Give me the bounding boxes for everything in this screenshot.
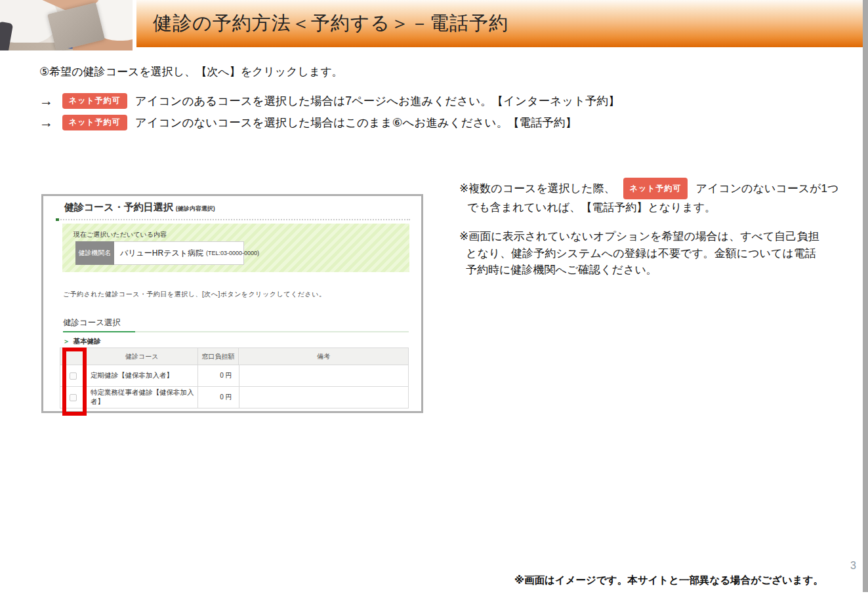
net-reservation-badge: ネット予約可: [62, 115, 127, 130]
column-header-course: 健診コース: [87, 348, 198, 365]
course-name-cell: 定期健診【健保非加入者】: [87, 365, 198, 386]
note-cell: [239, 365, 409, 386]
course-select-heading: 健診コース選択: [63, 317, 121, 328]
net-reservation-text: アイコンのあるコースを選択した場合は7ページへお進みください。【インターネット予…: [135, 93, 620, 109]
note-line: 予約時に健診機関へご確認ください。: [459, 262, 853, 279]
course-table: 健診コース 窓口負担額 備考 定期健診【健保非加入者】 0 円 特定業務従事者健…: [60, 348, 409, 408]
current-selection-label: 現在ご選択いただいている内容: [73, 230, 167, 239]
screenshot-instruction: ご予約された健診コース・予約日を選択し、[次へ]ボタンをクリックしてください。: [63, 290, 325, 299]
embedded-screenshot: 健診コース・予約日選択(健診内容選択) 現在ご選択いただいている内容 健診機関名…: [41, 194, 423, 413]
organization-label: 健診機関名: [75, 241, 114, 265]
title-bar: 健診の予約方法＜予約する＞－電話予約: [136, 0, 863, 47]
page-number: 3: [850, 560, 856, 572]
note-line: ※複数のコースを選択した際、 ネット予約可 アイコンのないコースが1つ: [459, 178, 853, 199]
table-header-row: 健診コース 窓口負担額 備考: [60, 348, 409, 365]
table-row: 特定業務従事者健診【健保非加入者】 0 円: [60, 387, 409, 408]
organization-name: バリューHRテスト病院: [120, 248, 203, 259]
arrow-icon: →: [39, 115, 53, 130]
note-line: でも含まれていれば、【電話予約】となります。: [459, 199, 853, 216]
category-label: 基本健診: [73, 337, 101, 345]
heading-underline: [63, 331, 409, 332]
red-highlight-rectangle: [62, 348, 87, 416]
note-text: ※複数のコースを選択した際、: [459, 180, 615, 197]
note-multiple-courses: ※複数のコースを選択した際、 ネット予約可 アイコンのないコースが1つ でも含ま…: [459, 178, 853, 216]
screenshot-title-sub: (健診内容選択): [176, 205, 215, 212]
current-selection-panel: 現在ご選択いただいている内容 健診機関名 バリューHRテスト病院 (TEL:03…: [62, 224, 409, 272]
fee-cell: 0 円: [198, 387, 239, 408]
dotted-divider: [56, 219, 410, 220]
footer-disclaimer: ※画面はイメージです。本サイトと一部異なる場合がございます。: [514, 574, 823, 587]
organization-value: バリューHRテスト病院 (TEL:03-0000-0000): [114, 241, 244, 265]
course-name-cell: 特定業務従事者健診【健保非加入者】: [87, 387, 198, 408]
page-edge: [863, 0, 868, 592]
organization-row: 健診機関名 バリューHRテスト病院 (TEL:03-0000-0000): [75, 241, 244, 265]
chevron-right-icon: ＞: [63, 337, 70, 345]
note-cell: [239, 387, 409, 408]
heading-underline-accent: [63, 331, 135, 332]
step-instruction: ⑤希望の健診コースを選択し、【次へ】をクリックします。: [39, 64, 343, 79]
fee-cell: 0 円: [198, 365, 239, 386]
phone-reservation-text: アイコンのないコースを選択した場合はこのまま⑥へお進みください。【電話予約】: [135, 115, 577, 130]
category-basic-checkup: ＞基本健診: [63, 337, 101, 346]
manual-page: 健診の予約方法＜予約する＞－電話予約 ⑤希望の健診コースを選択し、【次へ】をクリ…: [0, 0, 868, 596]
note-line: ※画面に表示されていないオプションを希望の場合は、すべて自己負担: [459, 228, 853, 245]
screenshot-title-text: 健診コース・予約日選択: [64, 201, 173, 212]
phone-reservation-line: → ネット予約可 アイコンのないコースを選択した場合はこのまま⑥へお進みください…: [39, 115, 577, 130]
column-header-fee: 窓口負担額: [198, 348, 239, 365]
table-row: 定期健診【健保非加入者】 0 円: [60, 365, 409, 387]
header-photo: [0, 0, 133, 50]
note-options: ※画面に表示されていないオプションを希望の場合は、すべて自己負担 となり、健診予…: [459, 228, 853, 279]
screenshot-title: 健診コース・予約日選択(健診内容選択): [64, 201, 215, 214]
organization-tel: (TEL:03-0000-0000): [206, 250, 259, 256]
note-text: アイコンのないコースが1つ: [695, 180, 838, 197]
column-header-note: 備考: [239, 348, 409, 365]
arrow-icon: →: [39, 93, 53, 109]
net-reservation-badge: ネット予約可: [623, 178, 688, 199]
net-reservation-line: → ネット予約可 アイコンのあるコースを選択した場合は7ページへお進みください。…: [39, 93, 620, 109]
note-line: となり、健診予約システムへの登録は不要です。金額については電話: [459, 245, 853, 262]
page-title: 健診の予約方法＜予約する＞－電話予約: [136, 10, 508, 37]
net-reservation-badge: ネット予約可: [62, 93, 127, 109]
